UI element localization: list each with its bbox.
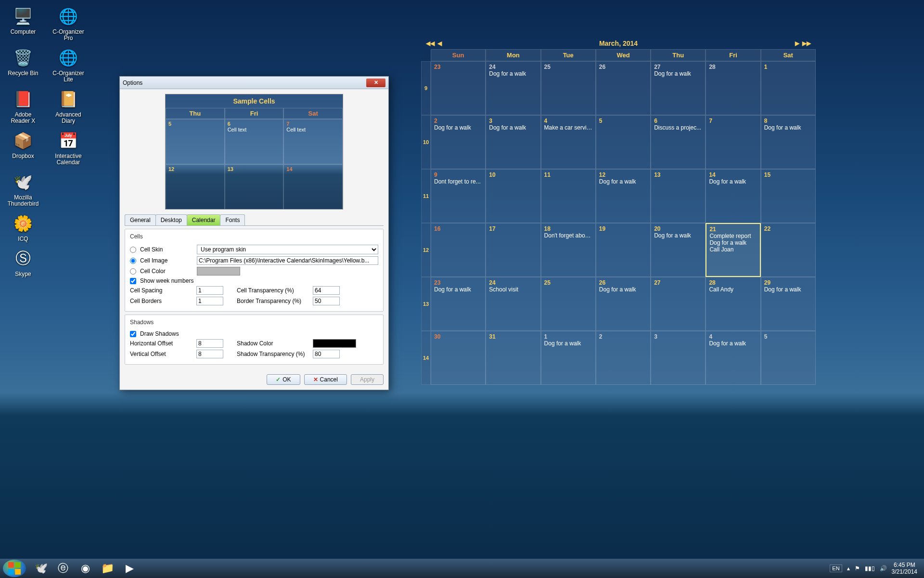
calendar-cell[interactable]: 25 (541, 277, 596, 331)
calendar-cell[interactable]: 6Discuss a projec... (651, 115, 706, 169)
calendar-cell[interactable]: 20Dog for a walk (651, 223, 706, 277)
voffset-input[interactable] (196, 350, 223, 358)
calendar-cell[interactable]: 25 (541, 61, 596, 115)
calendar-cell[interactable]: 15 (761, 169, 816, 223)
cell-skin-radio[interactable] (130, 247, 136, 253)
calendar-event[interactable]: Dog for a walk (544, 340, 592, 347)
calendar-cell[interactable]: 4Make a car service (541, 115, 596, 169)
desktop-icon-c-organizer-lite[interactable]: 🌐C-Organizer Lite (50, 46, 87, 83)
hoffset-input[interactable] (196, 339, 223, 348)
calendar-event[interactable]: Dog for a walk (489, 124, 537, 131)
calendar-cell[interactable]: 16 (431, 223, 486, 277)
calendar-event[interactable]: Dog for a walk (764, 286, 812, 293)
calendar-cell[interactable]: 26 (596, 61, 651, 115)
volume-icon[interactable]: 🔊 (880, 565, 887, 572)
calendar-cell[interactable]: 5 (596, 115, 651, 169)
close-icon[interactable]: ✕ (366, 79, 385, 87)
calendar-cell[interactable]: 1 (761, 61, 816, 115)
calendar-event[interactable]: Call Andy (709, 286, 757, 293)
tab-general[interactable]: General (125, 214, 156, 225)
calendar-event[interactable]: Dont forget to re... (434, 178, 482, 185)
calendar-cell[interactable]: 24Dog for a walk (486, 61, 540, 115)
tray-chevron-icon[interactable]: ▴ (847, 565, 850, 572)
calendar-event[interactable]: Dog for a walk (709, 340, 757, 347)
apply-button[interactable]: Apply (351, 374, 384, 385)
calendar-cell[interactable]: 11 (541, 169, 596, 223)
flag-icon[interactable]: ⚑ (855, 565, 860, 572)
desktop-icon-recycle-bin[interactable]: 🗑️Recycle Bin (5, 46, 41, 83)
calendar-cell[interactable]: 2Dog for a walk (431, 115, 486, 169)
language-indicator[interactable]: EN (830, 565, 842, 572)
desktop-icon-skype[interactable]: ⓈSkype (5, 247, 41, 277)
calendar-cell[interactable]: 3Dog for a walk (486, 115, 540, 169)
calendar-cell[interactable]: 28Call Andy (706, 277, 760, 331)
calendar-event[interactable]: Make a car service (544, 124, 592, 131)
cell-image-input[interactable] (197, 256, 378, 265)
tray-clock[interactable]: 6:45 PM 3/21/2014 (892, 562, 917, 575)
cell-image-radio[interactable] (130, 258, 136, 264)
calendar-cell[interactable]: 4Dog for a walk (706, 331, 760, 385)
calendar-event[interactable]: Dog for a walk (654, 232, 702, 239)
shadow-color-swatch[interactable] (313, 339, 356, 348)
prev-month-icon[interactable]: ◀ (437, 40, 442, 47)
calendar-event[interactable]: Dog for a walk (599, 178, 647, 185)
draw-shadows-checkbox[interactable] (130, 331, 136, 337)
calendar-cell[interactable]: 18Don't forget abou... (541, 223, 596, 277)
calendar-cell[interactable]: 28 (706, 61, 760, 115)
calendar-event[interactable]: Dog for a walk (489, 70, 537, 77)
network-icon[interactable]: ▮▮▯ (865, 565, 875, 572)
calendar-event[interactable]: Dog for a walk (709, 239, 757, 246)
next-year-icon[interactable]: ▶▶ (802, 40, 811, 47)
cell-borders-input[interactable] (196, 297, 223, 305)
calendar-event[interactable]: Call Joan (709, 246, 757, 253)
calendar-cell[interactable]: 8Dog for a walk (761, 115, 816, 169)
ok-button[interactable]: ✓OK (267, 374, 300, 385)
cell-spacing-input[interactable] (196, 286, 223, 295)
calendar-event[interactable]: Dog for a walk (654, 70, 702, 77)
calendar-cell[interactable]: 13 (651, 169, 706, 223)
start-button[interactable] (3, 560, 26, 577)
dialog-titlebar[interactable]: Options ✕ (120, 77, 388, 89)
cell-color-swatch[interactable] (197, 267, 240, 276)
desktop-icon-advanced-diary[interactable]: 📔Advanced Diary (50, 88, 87, 124)
calendar-event[interactable]: Dog for a walk (434, 286, 482, 293)
desktop-icon-interactive-calendar[interactable]: 📅Interactive Calendar (50, 129, 87, 166)
calendar-cell[interactable]: 27Dog for a walk (651, 61, 706, 115)
calendar-cell[interactable]: 23Dog for a walk (431, 277, 486, 331)
calendar-cell[interactable]: 31 (486, 331, 540, 385)
calendar-cell[interactable]: 2 (596, 331, 651, 385)
cancel-button[interactable]: ✕Cancel (304, 374, 347, 385)
desktop-icon-computer[interactable]: 🖥️Computer (5, 5, 41, 41)
calendar-cell[interactable]: 19 (596, 223, 651, 277)
show-week-checkbox[interactable] (130, 278, 136, 284)
calendar-cell[interactable]: 17 (486, 223, 540, 277)
calendar-event[interactable]: Don't forget abou... (544, 232, 592, 239)
calendar-cell[interactable]: 22 (761, 223, 816, 277)
calendar-cell[interactable]: 14Dog for a walk (706, 169, 760, 223)
calendar-cell[interactable]: 5 (761, 331, 816, 385)
taskbar-wmplayer-icon[interactable]: ▶ (118, 560, 141, 577)
calendar-event[interactable]: Dog for a walk (599, 286, 647, 293)
tab-fonts[interactable]: Fonts (220, 214, 245, 225)
calendar-event[interactable]: Complete report (709, 233, 757, 239)
desktop-icon-mozilla-thunderbird[interactable]: 🕊️Mozilla Thunderbird (5, 171, 41, 207)
calendar-cell[interactable]: 1Dog for a walk (541, 331, 596, 385)
calendar-cell[interactable]: 12Dog for a walk (596, 169, 651, 223)
desktop-icon-adobe-reader-x[interactable]: 📕Adobe Reader X (5, 88, 41, 124)
tab-desktop[interactable]: Desktop (155, 214, 187, 225)
calendar-cell[interactable]: 9Dont forget to re... (431, 169, 486, 223)
desktop-icon-dropbox[interactable]: 📦Dropbox (5, 129, 41, 166)
calendar-event[interactable]: Dog for a walk (764, 124, 812, 131)
taskbar-thunderbird-icon[interactable]: 🕊️ (30, 560, 52, 577)
desktop-icon-icq[interactable]: 🌼ICQ (5, 212, 41, 242)
calendar-cell[interactable]: 30 (431, 331, 486, 385)
calendar-cell[interactable]: 21Complete reportDog for a walkCall Joan (706, 223, 760, 277)
calendar-cell[interactable]: 26Dog for a walk (596, 277, 651, 331)
calendar-cell[interactable]: 23 (431, 61, 486, 115)
taskbar-chrome-icon[interactable]: ◉ (74, 560, 96, 577)
prev-year-icon[interactable]: ◀◀ (426, 40, 435, 47)
taskbar-ie-icon[interactable]: ⓔ (52, 560, 74, 577)
border-transparency-input[interactable] (313, 297, 340, 305)
next-month-icon[interactable]: ▶ (795, 40, 799, 47)
calendar-cell[interactable]: 29Dog for a walk (761, 277, 816, 331)
